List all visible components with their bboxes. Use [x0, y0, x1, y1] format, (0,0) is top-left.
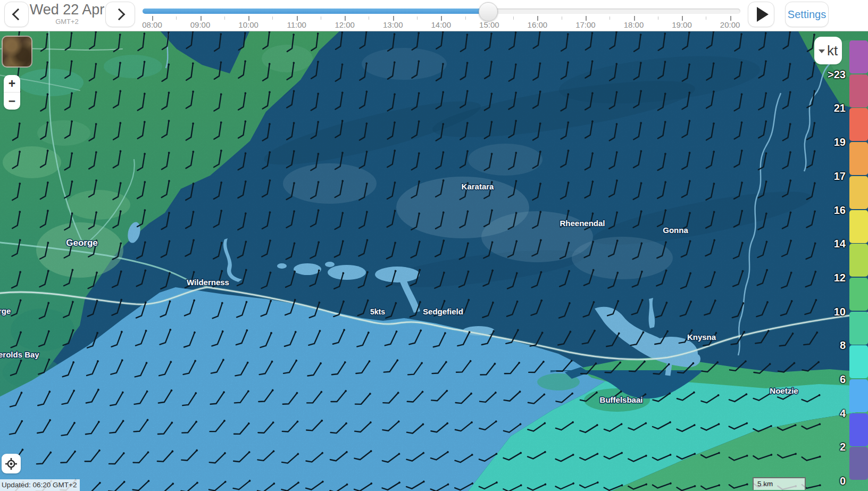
map-place-label: Karatara	[462, 182, 495, 191]
map-place-label: George	[66, 238, 98, 248]
time-slider: 08:0009:0010:0011:0012:0013:0014:0015:00…	[143, 0, 740, 31]
legend-swatch	[849, 176, 868, 209]
legend-value-label: 8	[840, 339, 846, 352]
map-place-label: erolds Bay	[0, 350, 39, 359]
legend-value-label: 14	[834, 238, 846, 250]
crosshair-icon	[5, 457, 18, 470]
locate-me-button[interactable]	[2, 454, 21, 473]
timeline-tick-label: 19:00	[663, 20, 700, 29]
timeline-minor-tick	[417, 16, 418, 20]
zoom-control: + −	[4, 75, 20, 110]
legend-value-label: 6	[840, 373, 846, 386]
legend-value-label: >23	[828, 68, 846, 80]
legend-swatch	[849, 312, 868, 345]
timeline-tick-label: 16:00	[519, 20, 556, 29]
timeline-tick-label: 13:00	[374, 20, 412, 29]
unit-label: kt	[827, 43, 838, 59]
map-canvas[interactable]: GeorgeWildernessKarataraRheenendalGonna5…	[0, 0, 868, 491]
legend-value-label: 19	[834, 136, 846, 148]
settings-button[interactable]: Settings	[785, 2, 829, 27]
play-icon	[757, 7, 769, 22]
legend-swatch	[849, 74, 868, 107]
legend-swatch	[849, 278, 868, 311]
wind-forecast-app: GeorgeWildernessKarataraRheenendalGonna5…	[0, 0, 868, 491]
timeline-tick-label: 15:00	[471, 20, 508, 29]
timeline-minor-tick	[369, 16, 369, 20]
chevron-down-icon	[819, 49, 825, 53]
timeline-tick-label: 18:00	[615, 20, 653, 29]
legend-value-label: 21	[834, 102, 846, 114]
timeline-minor-tick	[465, 16, 466, 20]
legend-value-label: 0	[840, 475, 846, 487]
toolbar: Wed 22 Apr GMT+2 08:0009:0010:0011:0012:…	[0, 0, 868, 31]
timeline-minor-tick	[272, 16, 273, 20]
legend-swatch	[849, 108, 868, 141]
legend-swatch	[849, 210, 868, 243]
legend-value-label: 16	[834, 204, 846, 216]
map-place-label: Rheenendal	[560, 219, 605, 228]
map-place-label: Knysna	[687, 332, 716, 342]
legend-swatch	[849, 379, 868, 412]
legend-swatch	[849, 345, 868, 378]
timeline-tick-label: 09:00	[182, 20, 219, 29]
zoom-in-button[interactable]: +	[4, 75, 20, 93]
legend-swatch	[849, 40, 868, 73]
date-display: Wed 22 Apr GMT+2	[29, 1, 105, 26]
legend-swatch	[849, 413, 868, 446]
legend-value-label: 2	[840, 441, 846, 453]
timeline-tick-label: 11:00	[278, 20, 315, 29]
map-place-label: Sedgefield	[423, 307, 463, 316]
legend-swatch	[849, 244, 868, 277]
terrain-noise	[0, 30, 868, 491]
basemap-switch-button[interactable]	[2, 36, 32, 68]
map-place-label: rge	[0, 306, 11, 315]
next-day-button[interactable]	[105, 2, 135, 27]
slider-thumb[interactable]	[479, 2, 498, 21]
timeline-minor-tick	[562, 16, 562, 20]
map-scale: 5 km	[753, 477, 806, 490]
timeline-minor-tick	[658, 16, 658, 20]
map-place-label: Noetzie	[770, 386, 798, 395]
legend-value-label: 4	[840, 407, 846, 419]
chevron-left-icon	[12, 9, 24, 21]
play-button[interactable]	[748, 2, 774, 27]
current-date: Wed 22 Apr	[29, 1, 105, 18]
zoom-out-button[interactable]: −	[4, 93, 20, 110]
legend-value-label: 17	[834, 170, 846, 182]
previous-day-button[interactable]	[4, 2, 29, 27]
timeline-tick-label: 17:00	[567, 20, 604, 29]
unit-selector-button[interactable]: kt	[814, 37, 842, 64]
timeline-minor-tick	[176, 16, 177, 20]
legend-value-label: 10	[834, 305, 846, 318]
timeline-tick-label: 12:00	[326, 20, 363, 29]
map-place-label: 5kts	[370, 307, 385, 316]
slider-fill[interactable]	[143, 9, 488, 14]
updated-timestamp: Updated: 06:20 GMT+2	[0, 479, 80, 491]
timeline-tick-label: 10:00	[230, 20, 267, 29]
timeline-tick-label: 20:00	[712, 20, 749, 29]
legend-value-label: 12	[834, 271, 846, 284]
settings-label: Settings	[788, 9, 826, 21]
timeline-minor-tick	[610, 16, 610, 20]
map-place-label: Wilderness	[187, 278, 229, 287]
timeline-tick-label: 14:00	[422, 20, 460, 29]
legend-swatch	[849, 142, 868, 175]
timeline-minor-tick	[706, 16, 706, 20]
timeline-tick-label: 08:00	[133, 20, 171, 29]
timeline-minor-tick	[224, 16, 225, 20]
map-place-label: Buffelsbaai	[600, 395, 643, 404]
chevron-right-icon	[113, 9, 125, 21]
map-place-label: Gonna	[663, 226, 688, 235]
timezone-label: GMT+2	[29, 18, 105, 26]
timeline-minor-tick	[513, 16, 514, 20]
timeline-minor-tick	[321, 16, 321, 20]
legend-swatch	[849, 447, 868, 480]
